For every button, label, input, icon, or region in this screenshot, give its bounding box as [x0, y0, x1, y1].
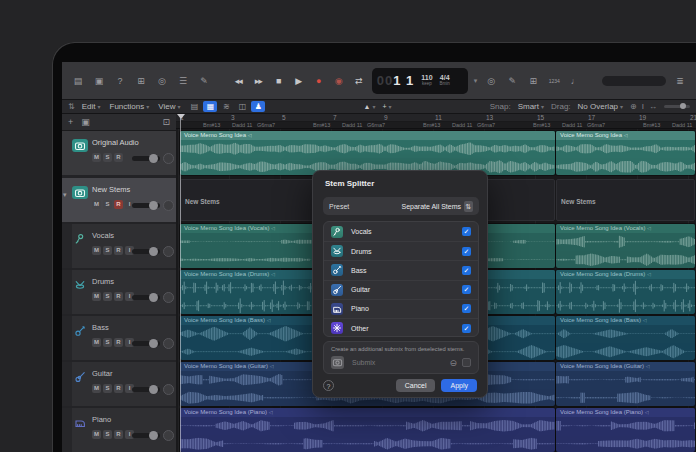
snap-select[interactable]: Smart▾ — [518, 102, 544, 111]
mixer-icon[interactable]: ☰ — [175, 74, 191, 88]
playhead[interactable] — [180, 114, 181, 452]
track-header-original-audio[interactable]: Original AudioMSR — [62, 131, 176, 175]
add-icon[interactable]: ⊞ — [525, 74, 541, 88]
track-button-r[interactable]: R — [114, 246, 123, 255]
track-button-s[interactable]: S — [103, 153, 112, 162]
marquee-icon[interactable]: ↔ — [649, 102, 657, 111]
track-button-m[interactable]: M — [92, 153, 101, 162]
disclosure-chevron-icon[interactable]: ▾ — [63, 191, 67, 199]
track-button-r[interactable]: R — [114, 384, 123, 393]
library-icon[interactable]: ▤ — [70, 74, 86, 88]
region-original-audio[interactable]: Voice Memo Song Idea ◁ — [180, 131, 555, 175]
regions-view-button[interactable]: ▤ — [187, 101, 201, 112]
forward-button[interactable]: ▸▸ — [251, 76, 266, 86]
preset-select[interactable]: Separate All Stems ⇅ — [401, 201, 473, 212]
volume-slider[interactable] — [132, 203, 160, 208]
pointer-tool[interactable]: ▲▾ — [364, 103, 376, 110]
editors-icon[interactable]: ✎ — [196, 74, 212, 88]
track-button-r[interactable]: R — [114, 338, 123, 347]
pan-knob[interactable] — [163, 338, 174, 349]
region-drums-2[interactable]: Voice Memo Song Idea (Drums) ◁ — [556, 270, 695, 314]
help-button[interactable]: ? — [323, 380, 334, 391]
stem-checkbox-drums[interactable]: ✓ — [462, 247, 471, 256]
remove-submix-icon[interactable]: ⊖ — [449, 358, 457, 368]
track-button-m[interactable]: M — [92, 338, 101, 347]
menu-edit[interactable]: Edit▾ — [82, 102, 101, 111]
bar-ruler[interactable]: 13579111315171921 — [176, 114, 696, 122]
flex-view-button[interactable]: ◫ — [235, 101, 249, 112]
menu-view[interactable]: View▾ — [158, 102, 180, 111]
chord-ruler[interactable]: Bm#13Dadd 11G6ma7Bm#13Dadd 11G6ma7Bm#13D… — [176, 122, 696, 129]
submix-checkbox[interactable] — [462, 358, 471, 367]
pan-knob[interactable] — [163, 246, 174, 257]
play-button[interactable]: ▶ — [291, 76, 306, 86]
track-button-s[interactable]: S — [103, 430, 112, 439]
pan-knob[interactable] — [163, 200, 174, 211]
track-header-drums[interactable]: DrumsMSRI — [62, 270, 176, 314]
stem-checkbox-bass[interactable]: ✓ — [462, 266, 471, 275]
volume-slider[interactable] — [132, 295, 160, 300]
stem-checkbox-vocals[interactable]: ✓ — [462, 227, 471, 236]
region-piano[interactable]: Voice Memo Song Idea (Piano) ◁ — [180, 408, 555, 452]
track-button-r[interactable]: R — [114, 430, 123, 439]
count-in-icon[interactable]: 1234 — [546, 74, 562, 88]
track-button-r[interactable]: R — [114, 153, 123, 162]
drag-select[interactable]: No Overlap▾ — [578, 102, 623, 111]
menu-functions[interactable]: Functions▾ — [110, 102, 150, 111]
grid-view-button[interactable]: ▦ — [203, 101, 217, 112]
track-options-icon[interactable]: ⊡ — [162, 117, 170, 127]
pan-knob[interactable] — [163, 153, 174, 164]
lcd-options-chevron-icon[interactable]: ▾ — [474, 77, 478, 85]
track-button-m[interactable]: M — [92, 292, 101, 301]
pan-knob[interactable] — [163, 384, 174, 395]
folder-region-2[interactable]: New Stems — [556, 179, 695, 221]
volume-slider[interactable] — [132, 156, 160, 161]
add-tool[interactable]: +▾ — [383, 103, 392, 110]
cycle-button[interactable]: ⇄ — [351, 76, 366, 86]
stem-checkbox-other[interactable]: ✓ — [462, 324, 471, 333]
track-button-s[interactable]: S — [103, 200, 112, 209]
toolbar-icon[interactable]: ⊞ — [133, 74, 149, 88]
stepper-icon[interactable]: ⇅ — [464, 201, 473, 212]
stop-button[interactable]: ■ — [271, 76, 286, 86]
track-header-bass[interactable]: BassMSRI — [62, 316, 176, 360]
track-button-s[interactable]: S — [103, 292, 112, 301]
track-button-s[interactable]: S — [103, 338, 112, 347]
stem-checkbox-piano[interactable]: ✓ — [462, 304, 471, 313]
catch-icon[interactable]: ⊕ — [630, 102, 637, 111]
track-button-m[interactable]: M — [92, 384, 101, 393]
playhead-marker-icon[interactable] — [177, 114, 185, 123]
track-button-s[interactable]: S — [103, 246, 112, 255]
auto-zoom-icon[interactable]: ⇅ — [68, 102, 75, 111]
region-vocals-2[interactable]: Voice Memo Song Idea (Vocals) ◁ — [556, 224, 695, 268]
smart-controls-icon[interactable]: ◎ — [154, 74, 170, 88]
automation-view-button[interactable]: ≋ — [219, 101, 233, 112]
track-header-guitar[interactable]: GuitarMSRI — [62, 362, 176, 406]
metronome-icon[interactable]: ♩ — [567, 74, 583, 88]
collaboration-button[interactable]: ♟ — [251, 101, 265, 112]
volume-slider[interactable] — [132, 433, 160, 438]
capture-recording-button[interactable]: ◉ — [331, 76, 346, 86]
cancel-button[interactable]: Cancel — [396, 379, 436, 392]
lcd-display[interactable]: 001 1 110keep 4/4Bmin — [372, 68, 468, 94]
add-track-button[interactable]: + — [68, 117, 73, 127]
volume-slider[interactable] — [132, 387, 160, 392]
track-header-piano[interactable]: PianoMSRI — [62, 408, 176, 452]
quick-help-icon[interactable]: ? — [112, 74, 128, 88]
inspector-icon[interactable]: ▣ — [91, 74, 107, 88]
track-button-m[interactable]: M — [92, 200, 101, 209]
rewind-button[interactable]: ◂◂ — [231, 76, 246, 86]
duplicate-track-button[interactable]: ▣ — [81, 117, 90, 127]
pan-knob[interactable] — [163, 430, 174, 441]
track-header-new-stems[interactable]: ▾New StemsMSRI — [62, 178, 176, 222]
track-button-r[interactable]: R — [114, 200, 123, 209]
master-volume-slider[interactable] — [602, 76, 666, 86]
track-button-m[interactable]: M — [92, 246, 101, 255]
region-original-audio-2[interactable]: Voice Memo Song Idea ◁ — [556, 131, 695, 175]
volume-slider[interactable] — [132, 341, 160, 346]
track-header-vocals[interactable]: VocalsMSRI — [62, 224, 176, 268]
track-button-r[interactable]: R — [114, 292, 123, 301]
text-tool-icon[interactable]: I — [642, 102, 644, 111]
apply-button[interactable]: Apply — [441, 379, 477, 392]
track-button-s[interactable]: S — [103, 384, 112, 393]
